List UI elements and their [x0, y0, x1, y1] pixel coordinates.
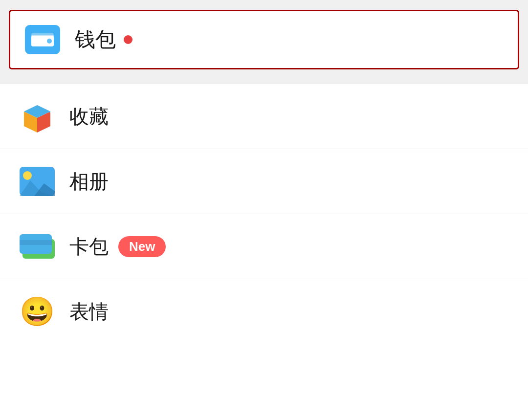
svg-point-11 — [23, 171, 32, 180]
cardpack-icon — [20, 229, 55, 264]
cardpack-text: 卡包 — [69, 233, 109, 260]
wallet-item[interactable]: 钱包 — [9, 10, 519, 69]
emoji-item[interactable]: 😀 表情 — [0, 279, 528, 344]
album-text: 相册 — [69, 168, 109, 195]
album-label: 相册 — [69, 168, 109, 195]
emoji-icon: 😀 — [20, 294, 55, 329]
wallet-text: 钱包 — [75, 26, 116, 53]
svg-rect-14 — [20, 240, 52, 245]
new-badge: New — [118, 236, 166, 257]
favorites-text: 收藏 — [69, 103, 109, 130]
svg-point-3 — [47, 39, 52, 44]
emoji-label: 表情 — [69, 298, 109, 325]
album-icon — [20, 164, 55, 199]
favorites-icon — [20, 99, 55, 134]
wallet-label: 钱包 — [75, 26, 132, 53]
cardpack-item[interactable]: 卡包 New — [0, 214, 528, 279]
emoji-text: 表情 — [69, 298, 109, 325]
wallet-notification-dot — [124, 35, 132, 44]
album-item[interactable]: 相册 — [0, 149, 528, 214]
menu-list: 收藏 相册 — [0, 84, 528, 420]
favorites-label: 收藏 — [69, 103, 109, 130]
wallet-icon — [25, 25, 60, 54]
cardpack-label: 卡包 New — [69, 233, 166, 260]
favorites-item[interactable]: 收藏 — [0, 84, 528, 149]
page-container: 钱包 收藏 — [0, 0, 528, 420]
